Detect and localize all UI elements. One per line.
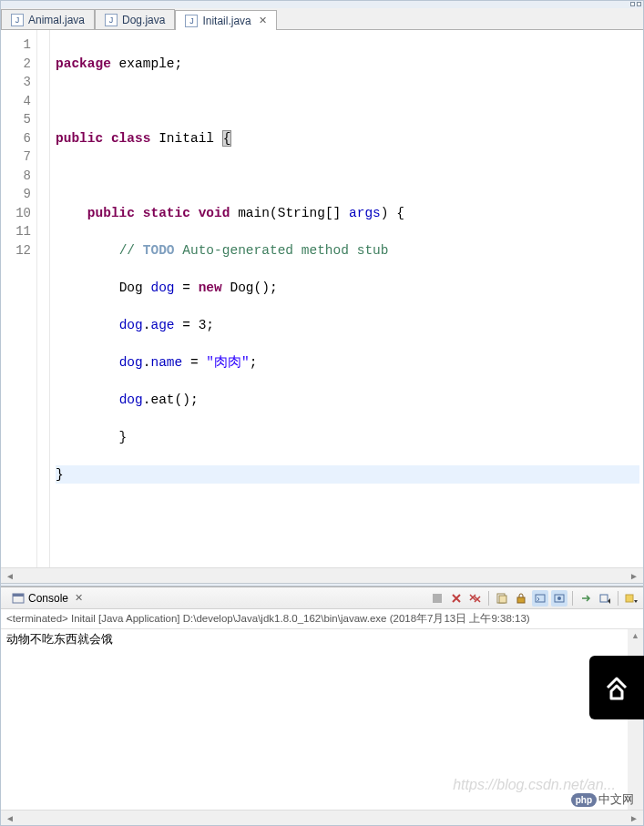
folding-ruler: [37, 30, 50, 567]
display-selected-button[interactable]: [578, 590, 594, 607]
remove-all-button[interactable]: [467, 590, 484, 607]
console-output[interactable]: 动物不吃东西就会饿 ▲ https://blog.csdn.net/an... …: [1, 629, 643, 810]
tab-label: Initail.java: [202, 15, 250, 27]
clear-console-button[interactable]: [494, 590, 510, 607]
maximize-handle[interactable]: [637, 2, 641, 6]
editor-horizontal-scrollbar[interactable]: ◄ ►: [1, 567, 643, 583]
line-number: 3: [1, 73, 31, 92]
line-number-gutter: 1 2 3 4 5 6 7 8 9 10 11 12: [1, 30, 37, 567]
java-file-icon: J: [11, 14, 24, 26]
svg-rect-9: [600, 595, 608, 602]
scroll-left-icon[interactable]: ◄: [5, 813, 15, 823]
site-logo: php 中文网: [571, 791, 634, 808]
java-file-icon: J: [105, 14, 118, 26]
line-number: 8: [1, 167, 31, 186]
close-view-icon[interactable]: ✕: [75, 592, 83, 604]
line-number: 2: [1, 55, 31, 74]
console-tab[interactable]: Console ✕: [5, 590, 90, 607]
line-number: 11: [1, 222, 31, 241]
scroll-right-icon[interactable]: ►: [629, 571, 639, 581]
svg-point-8: [557, 597, 561, 600]
svg-rect-1: [13, 594, 24, 597]
code-content[interactable]: package example; public class Initail { …: [50, 30, 643, 567]
console-horizontal-scrollbar[interactable]: ◄ ►: [1, 810, 643, 825]
tab-label: Animal.java: [28, 14, 85, 26]
code-editor[interactable]: 1 2 3 4 5 6 7 8 9 10 11 12 package examp…: [1, 30, 643, 567]
svg-rect-4: [499, 596, 506, 603]
minimize-handle[interactable]: [630, 2, 635, 6]
line-number: 4: [1, 92, 31, 111]
close-tab-icon[interactable]: ✕: [259, 15, 267, 26]
console-panel: Console ✕ <terminated> Initail [Java App…: [1, 586, 643, 825]
line-number: 10: [1, 204, 31, 223]
console-title: Console: [28, 592, 68, 605]
tab-dog[interactable]: J Dog.java: [95, 9, 175, 29]
scroll-up-icon[interactable]: ▲: [631, 631, 639, 640]
line-number: 6: [1, 129, 31, 148]
terminate-button[interactable]: [429, 590, 445, 607]
console-header: Console ✕: [1, 587, 643, 609]
window-controls: [1, 1, 643, 8]
line-number: 5: [1, 110, 31, 129]
pin-console-button[interactable]: [551, 590, 567, 607]
svg-rect-10: [626, 595, 633, 602]
new-console-dropdown[interactable]: [623, 590, 639, 607]
console-status: <terminated> Initail [Java Application] …: [1, 609, 643, 629]
svg-rect-2: [433, 594, 442, 603]
line-number: 7: [1, 148, 31, 167]
java-file-icon: J: [185, 15, 198, 27]
tab-initail[interactable]: J Initail.java ✕: [175, 10, 276, 30]
php-pill: php: [571, 793, 597, 807]
scroll-lock-button[interactable]: [513, 590, 529, 607]
tab-label: Dog.java: [122, 14, 165, 26]
scroll-right-icon[interactable]: ►: [629, 813, 639, 823]
line-number: 9: [1, 185, 31, 204]
line-number: 1: [1, 36, 31, 55]
output-line: 动物不吃东西就会饿: [6, 632, 113, 646]
remove-launch-button[interactable]: [448, 590, 465, 607]
scroll-left-icon[interactable]: ◄: [5, 571, 15, 581]
back-to-top-button[interactable]: [589, 656, 644, 719]
show-console-button[interactable]: [532, 590, 548, 607]
svg-rect-5: [517, 597, 525, 603]
logo-text: 中文网: [598, 791, 634, 808]
console-icon: [12, 592, 25, 605]
editor-tab-bar: J Animal.java J Dog.java J Initail.java …: [1, 8, 643, 30]
svg-rect-6: [536, 595, 545, 602]
tab-animal[interactable]: J Animal.java: [1, 9, 95, 29]
console-toolbar: [429, 590, 639, 607]
open-console-dropdown[interactable]: [597, 590, 613, 607]
line-number: 12: [1, 241, 31, 260]
